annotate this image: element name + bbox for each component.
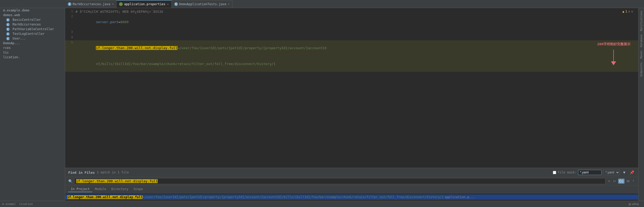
file-mask-checkbox[interactable] (553, 171, 556, 174)
sidebar-item-test-log[interactable]: C TestLogController (0, 31, 65, 36)
result-filename: application.p... (445, 195, 475, 199)
status-bar: m.exampl lication ⚙ wáng (0, 201, 644, 207)
test-log-icon: C (6, 32, 10, 36)
tab-label-app: application.properties (124, 2, 165, 6)
tab-demo-tests[interactable]: C DemoApplicationTests.java × (172, 0, 232, 8)
database-panel[interactable]: Database (639, 33, 643, 49)
tab-close-mark[interactable]: × (112, 2, 114, 6)
tab-mark-occurrences[interactable]: C MarkOccurrences.java × (65, 0, 116, 8)
main-area: m.example.demo demos.web C BasicControll… (0, 8, 644, 201)
line-num-4: 4 (65, 35, 76, 39)
tab-icon-mark: C (68, 2, 71, 6)
status-item-1: m.exampl (2, 202, 16, 206)
svg-marker-1 (611, 61, 616, 65)
find-tabs: In Project Module Directory Scope (65, 185, 638, 193)
tab-application-properties[interactable]: 🌿 application.properties × (116, 0, 172, 8)
find-panel-controls: File mask: *.yaml ▼ 📌 (553, 170, 635, 175)
warning-count: 1 (625, 10, 627, 13)
sidebar-label-mark: MarkOccurrences (13, 23, 41, 26)
line-content-5: if.longer.than.200.will.not.display.full… (76, 40, 638, 56)
warning-icon: ▲ (622, 10, 624, 13)
sidebar-label-rces: rces (3, 46, 11, 50)
sidebar: m.example.demo demos.web C BasicControll… (0, 8, 65, 201)
find-tab-directory[interactable]: Directory (109, 186, 131, 192)
sidebar-item-mark-occurrences[interactable]: C MarkOccurrences (0, 22, 65, 27)
filter-button[interactable]: ▼ (621, 170, 627, 175)
sidebar-item-path-variable[interactable]: C PathVariableController (0, 27, 65, 31)
tab-icon-app: 🌿 (119, 2, 123, 6)
settings-gear-icon[interactable]: ⚙ (629, 202, 631, 206)
user-icon: C (6, 37, 10, 40)
line-num-2: 2 (65, 14, 76, 18)
find-panel: Find in Files 1 match in 1 file File mas… (65, 168, 638, 201)
code-line-1: 1 # å°CCHçCCH¨æSTRIôVTS¡ WEB è®¿éEPA®ç«¯… (65, 9, 638, 14)
search-actions: × ↩ Cc W * (607, 179, 635, 184)
sidebar-label-demoa: DemoAp... (3, 41, 20, 45)
line-content-1: # å°CCHçCCH¨æSTRIôVTS¡ WEB è®¿éEPA®ç«¯åS… (76, 9, 638, 14)
mark-occurrences-icon: C (6, 23, 10, 26)
line-num-5b (65, 56, 76, 56)
tab-label-demo: DemoApplicationTests.java (179, 2, 226, 6)
warning-nav-down[interactable]: ∨ (631, 10, 633, 13)
sidebar-label-path: PathVariableController (13, 27, 54, 31)
tab-close-demo[interactable]: × (228, 2, 230, 6)
find-tab-module[interactable]: Module (92, 186, 109, 192)
search-query-display[interactable]: if.longer.than.200.will.not.display.full (74, 178, 605, 184)
sidebar-label-tic: tic (3, 51, 9, 54)
notifications-panel[interactable]: Notifications (639, 9, 643, 33)
sidebar-label-demos-web: demos.web (3, 13, 20, 17)
line-num-3: 3 (65, 30, 76, 34)
sidebar-label-basic: BasicController (13, 18, 41, 22)
annotation-text: 200字符刚好完整展示 (597, 42, 630, 47)
pin-button[interactable]: 📌 (629, 170, 635, 175)
find-search-row: 🔍 if.longer.than.200.will.not.display.fu… (65, 177, 638, 185)
line-num-5: 5 (65, 40, 76, 44)
case-sensitive-button[interactable]: Cc (618, 179, 624, 184)
path-variable-icon: C (6, 28, 10, 31)
line-num-1: 1 (65, 9, 76, 13)
tab-label-mark: MarkOccurrences.java (73, 2, 110, 6)
sidebar-item-demos-web[interactable]: demos.web (0, 13, 65, 17)
code-line-3: 3 (65, 30, 638, 35)
find-tab-project[interactable]: In Project (68, 186, 92, 192)
warning-nav-up[interactable]: ∧ (628, 10, 630, 13)
code-line-4: 4 (65, 35, 638, 40)
file-mask-input[interactable] (578, 170, 602, 175)
find-results[interactable]: if.longer.than.200.will.not.display.full… (65, 193, 638, 201)
find-panel-header: Find in Files 1 match in 1 file File mas… (65, 168, 638, 177)
tab-close-app[interactable]: × (167, 3, 169, 6)
code-line-2: 2 server.port=8080 (65, 14, 638, 30)
line-content-5b: ↩}/bills/{billId}/foo/bar/example/chunk/… (76, 56, 638, 72)
result-highlight: if.longer.than.200.will.not.display.full (67, 195, 143, 199)
file-mask-dropdown[interactable]: *.yaml (603, 170, 620, 175)
whole-word-button[interactable]: W (626, 179, 631, 184)
sidebar-item-lication[interactable]: lication. (0, 55, 65, 60)
warning-area: ▲ 1 ∧ ∨ (622, 10, 633, 13)
regex-button[interactable]: * (632, 179, 635, 184)
tab-icon-demo: C (174, 2, 178, 6)
revert-search-button[interactable]: ↩ (612, 179, 617, 184)
line-content-2: server.port=8080 (76, 14, 638, 30)
sidebar-label-testlog: TestLogController (13, 32, 45, 36)
annotation-arrow (610, 50, 617, 66)
file-mask-label: File mask: (558, 171, 577, 174)
result-url: =/user/foo/{userId}/pets/{petId}/propert… (143, 195, 444, 199)
find-panel-title: Find in Files (68, 171, 95, 174)
clear-search-button[interactable]: × (607, 179, 611, 184)
maven-panel[interactable]: Maven (639, 49, 643, 60)
sidebar-item-tic[interactable]: tic (0, 50, 65, 55)
endpoints-panel[interactable]: Endpoints (639, 61, 643, 78)
sidebar-item-rces[interactable]: rces (0, 46, 65, 50)
sidebar-item-basic-controller[interactable]: C BasicController (0, 17, 65, 22)
code-line-5b: ↩}/bills/{billId}/foo/bar/example/chunk/… (65, 56, 638, 72)
sidebar-label-user: User... (13, 37, 26, 40)
result-row-1[interactable]: if.longer.than.200.will.not.display.full… (65, 195, 638, 200)
code-editor[interactable]: ▲ 1 ∧ ∨ 200字符刚好完整展示 1 # å°CCHçCCH¨æSTRIô… (65, 8, 638, 168)
find-tab-scope[interactable]: Scope (131, 186, 146, 192)
sidebar-item-user[interactable]: C User... (0, 36, 65, 41)
sidebar-item-demoa[interactable]: DemoAp... (0, 41, 65, 46)
sidebar-item-example-demo[interactable]: m.example.demo (0, 8, 65, 13)
right-panels: Notifications Database Maven Endpoints (638, 8, 644, 201)
search-icon: 🔍 (68, 179, 73, 183)
basic-controller-icon: C (6, 18, 10, 22)
